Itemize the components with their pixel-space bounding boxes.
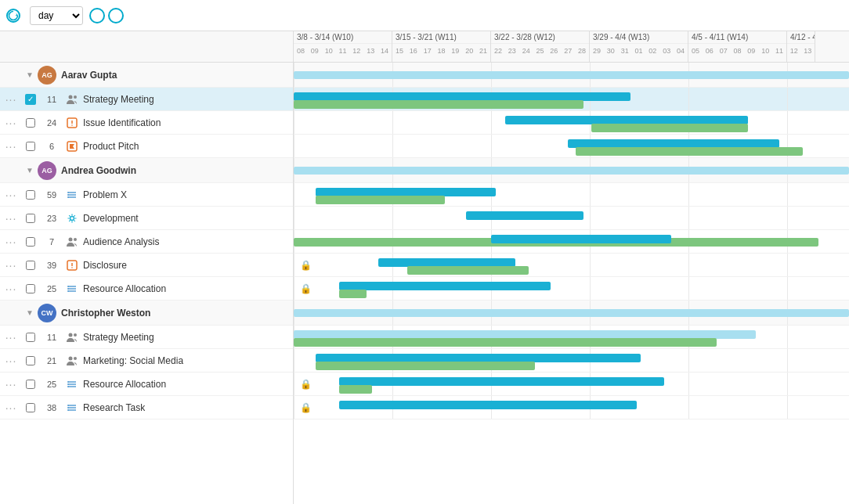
right-panel[interactable]: 3/8 - 3/14 (W10)080910111213143/15 - 3/2… (294, 31, 849, 504)
expand-chevron[interactable]: ▼ (22, 166, 38, 175)
svg-point-37 (67, 405, 69, 406)
week-label: 3/29 - 4/4 (W13) (590, 31, 688, 44)
gantt-bar[interactable] (568, 139, 779, 148)
gantt-bar[interactable] (591, 124, 748, 132)
task-id: 11 (39, 333, 64, 342)
gantt-bar[interactable] (378, 258, 515, 267)
week-label: 3/15 - 3/21 (W11) (392, 31, 490, 44)
lock-icon: 🔒 (300, 379, 312, 390)
gantt-task-row: 🔒 (294, 254, 849, 277)
task-row[interactable]: ···11Strategy Meeting (0, 326, 293, 349)
gantt-bar[interactable] (339, 385, 372, 394)
row-dots[interactable]: ··· (0, 117, 22, 129)
task-row[interactable]: ···21Marketing: Social Media (0, 349, 293, 373)
task-type-icon (64, 94, 80, 105)
row-checkbox[interactable] (22, 190, 39, 200)
nav-plus-button[interactable] (108, 8, 124, 23)
svg-point-31 (67, 381, 69, 383)
task-name: Product Pitch (83, 141, 139, 152)
task-row[interactable]: ···38Research Task (0, 396, 293, 419)
row-dots[interactable]: ··· (0, 283, 22, 295)
row-dots[interactable]: ··· (0, 189, 22, 201)
row-dots[interactable]: ··· (0, 355, 22, 367)
row-checkbox[interactable] (22, 142, 39, 151)
day-label: 08 (294, 44, 308, 58)
task-type-icon (64, 402, 80, 413)
gantt-bar[interactable] (505, 116, 748, 124)
row-dots[interactable]: ··· (0, 401, 22, 414)
task-name: Development (83, 213, 139, 224)
gantt-bar[interactable] (316, 188, 496, 196)
task-row[interactable]: ···39Disclosure (0, 254, 293, 277)
gantt-bar[interactable] (316, 196, 445, 204)
row-checkbox[interactable] (22, 214, 39, 223)
row-checkbox[interactable] (22, 333, 39, 342)
task-type-icon (64, 117, 80, 128)
task-row[interactable]: ···59Problem X (0, 183, 293, 207)
gantt-bar[interactable] (339, 282, 551, 290)
reschedule-button[interactable] (6, 9, 23, 23)
day-label: 25 (533, 44, 547, 58)
task-row[interactable]: ···24Issue Identification (0, 111, 293, 135)
row-checkbox[interactable] (22, 380, 39, 389)
row-checkbox[interactable] (22, 237, 39, 247)
nav-buttons (89, 8, 124, 23)
gantt-bar[interactable] (576, 147, 803, 156)
gantt-bar[interactable] (316, 362, 535, 370)
row-dots[interactable]: ··· (0, 331, 22, 344)
row-dots[interactable]: ··· (0, 93, 22, 106)
day-label: 31 (618, 44, 632, 58)
row-checkbox[interactable] (22, 284, 39, 293)
row-dots[interactable]: ··· (0, 378, 22, 391)
svg-point-22 (67, 288, 69, 290)
task-row[interactable]: ···✓11Strategy Meeting (0, 88, 293, 111)
gantt-bar[interactable] (466, 211, 583, 220)
task-row[interactable]: ···23Development (0, 207, 293, 230)
task-row[interactable]: ···25Resource Allocation (0, 373, 293, 396)
avatar: AG (38, 161, 56, 180)
expand-chevron[interactable]: ▼ (22, 70, 38, 79)
gantt-bar[interactable] (294, 92, 630, 101)
gantt-bar[interactable] (316, 354, 641, 362)
gantt-person-row (294, 301, 849, 326)
gantt-task-row: 🔒 (294, 396, 849, 419)
row-dots[interactable]: ··· (0, 140, 22, 153)
row-checkbox[interactable]: ✓ (22, 94, 39, 105)
row-checkbox[interactable] (22, 356, 39, 365)
task-id: 11 (39, 95, 64, 104)
gantt-week-header: 3/15 - 3/21 (W11)15161718192021 (392, 31, 491, 62)
gantt-bar[interactable] (339, 401, 637, 409)
week-label: 4/5 - 4/11 (W14) (688, 31, 786, 44)
gantt-bar[interactable] (294, 338, 717, 347)
row-dots[interactable]: ··· (0, 212, 22, 225)
gantt-bar[interactable] (339, 377, 664, 386)
gantt-rows: 🔒🔒🔒🔒 (294, 63, 849, 419)
row-checkbox[interactable] (22, 118, 39, 128)
gantt-bar[interactable] (339, 290, 367, 298)
gantt-bar[interactable] (294, 330, 756, 339)
task-type-icon (64, 189, 80, 200)
task-name: Issue Identification (83, 117, 161, 128)
person-row[interactable]: ▼AGAarav Gupta (0, 63, 293, 88)
day-label: 12 (787, 44, 801, 58)
svg-point-1 (74, 95, 77, 99)
task-row[interactable]: ···25Resource Allocation (0, 277, 293, 301)
view-select[interactable]: day week month (30, 6, 83, 25)
row-dots[interactable]: ··· (0, 236, 22, 248)
day-label: 11 (336, 44, 350, 58)
expand-chevron[interactable]: ▼ (22, 308, 38, 317)
gantt-bar[interactable] (407, 266, 529, 275)
person-row[interactable]: ▼AGAndrea Goodwin (0, 158, 293, 183)
gantt-bar[interactable] (294, 100, 583, 109)
task-row[interactable]: ···6Product Pitch (0, 135, 293, 158)
row-dots[interactable]: ··· (0, 259, 22, 272)
row-checkbox[interactable] (22, 261, 39, 270)
gantt-bar[interactable] (491, 235, 671, 243)
day-label: 05 (688, 44, 703, 58)
row-checkbox[interactable] (22, 403, 39, 412)
lock-icon: 🔒 (300, 283, 312, 294)
person-row[interactable]: ▼CWChristopher Weston (0, 301, 293, 326)
svg-point-11 (67, 196, 69, 198)
nav-minus-button[interactable] (89, 8, 105, 23)
task-row[interactable]: ···7Audience Analysis (0, 230, 293, 254)
